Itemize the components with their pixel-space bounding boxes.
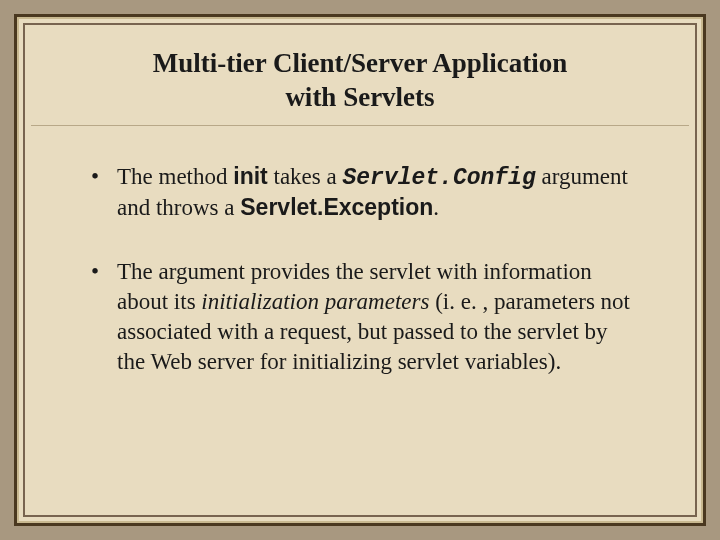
code-init: init <box>233 163 268 189</box>
title-block: Multi-tier Client/Server Application wit… <box>31 31 689 126</box>
bullet-item-1: The method init takes a Servlet.Config a… <box>97 162 639 224</box>
slide-inner: Multi-tier Client/Server Application wit… <box>31 31 689 509</box>
text: The method <box>117 164 233 189</box>
title-line-2: with Servlets <box>91 81 629 115</box>
content-area: The method init takes a Servlet.Config a… <box>31 126 689 431</box>
code-servlet-config: Servlet.Config <box>342 165 535 191</box>
text: . <box>433 195 439 220</box>
text: takes a <box>268 164 343 189</box>
code-servlet-exception: Servlet.Exception <box>240 194 433 220</box>
title-line-1: Multi-tier Client/Server Application <box>91 47 629 81</box>
slide-frame: Multi-tier Client/Server Application wit… <box>14 14 706 526</box>
bullet-item-2: The argument provides the servlet with i… <box>97 257 639 377</box>
em-initialization-parameters: initialization parameters <box>201 289 429 314</box>
